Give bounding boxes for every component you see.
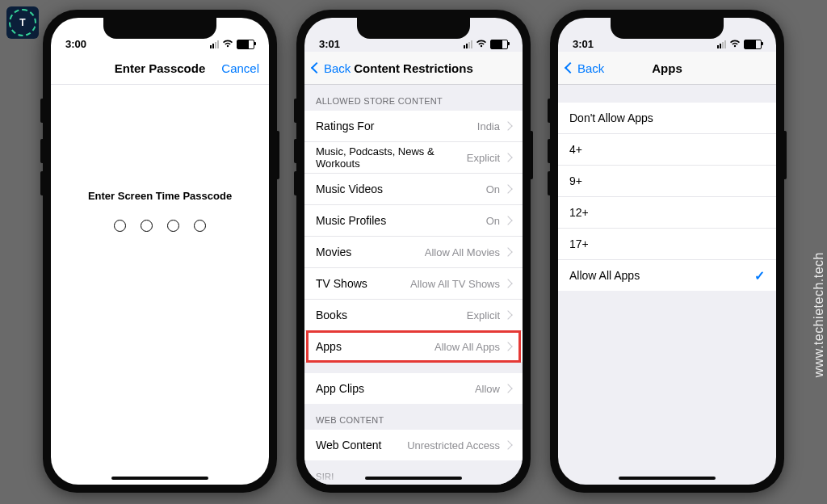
phone-passcode: 3:00 Enter Passcode Cancel Enter Screen … <box>43 10 277 493</box>
row-label: Music Videos <box>316 183 383 195</box>
passcode-prompt: Enter Screen Time Passcode <box>51 190 269 202</box>
row-books[interactable]: Books Explicit <box>304 300 523 331</box>
row-music-profiles[interactable]: Music Profiles On <box>304 205 523 237</box>
row-label: Music, Podcasts, News & Workouts <box>316 145 467 170</box>
cellular-icon <box>464 40 472 48</box>
option-label: 12+ <box>569 206 589 219</box>
wifi-icon <box>729 39 741 50</box>
passcode-dot <box>114 220 126 232</box>
row-apps[interactable]: Apps Allow All Apps <box>304 331 523 362</box>
cancel-button[interactable]: Cancel <box>221 52 259 84</box>
passcode-dot <box>141 220 153 232</box>
option-label: 9+ <box>569 174 582 187</box>
checkmark-icon: ✓ <box>754 268 765 284</box>
option-label: 4+ <box>569 143 582 156</box>
status-time: 3:00 <box>65 38 86 50</box>
nav-bar: Enter Passcode Cancel <box>51 52 269 85</box>
section-header-siri: SIRI <box>304 460 523 485</box>
row-detail: India <box>477 120 500 132</box>
cellular-icon <box>717 40 726 48</box>
option-allow-all-apps[interactable]: Allow All Apps ✓ <box>558 260 776 291</box>
site-logo: T <box>6 6 39 39</box>
passcode-dot <box>167 220 179 232</box>
battery-icon <box>237 40 254 49</box>
option-dont-allow-apps[interactable]: Don't Allow Apps <box>558 103 776 134</box>
option-label: Allow All Apps <box>569 269 640 282</box>
back-button[interactable]: Back <box>313 52 351 84</box>
row-label: Apps <box>316 340 342 353</box>
row-detail: Allow <box>475 383 500 395</box>
chevron-right-icon <box>503 310 512 319</box>
chevron-right-icon <box>503 184 512 193</box>
row-tv-shows[interactable]: TV Shows Allow All TV Shows <box>304 268 523 300</box>
nav-title: Enter Passcode <box>115 61 206 75</box>
row-label: TV Shows <box>316 277 367 290</box>
home-indicator <box>619 477 716 480</box>
watermark: www.techietech.tech <box>812 252 826 377</box>
notch <box>357 18 470 39</box>
row-detail: On <box>486 215 500 227</box>
row-detail: Unrestricted Access <box>407 439 500 452</box>
option-12plus[interactable]: 12+ <box>558 197 776 229</box>
option-9plus[interactable]: 9+ <box>558 166 776 197</box>
row-app-clips[interactable]: App Clips Allow <box>304 373 523 404</box>
row-label: Movies <box>316 246 351 258</box>
battery-icon <box>744 40 762 49</box>
option-4plus[interactable]: 4+ <box>558 134 776 166</box>
chevron-right-icon <box>503 247 512 256</box>
passcode-dot <box>194 220 206 232</box>
row-detail: Explicit <box>467 309 500 321</box>
passcode-dots[interactable] <box>51 220 269 232</box>
wifi-icon <box>222 39 233 50</box>
chevron-right-icon <box>503 279 512 288</box>
chevron-right-icon <box>503 342 512 351</box>
row-label: Ratings For <box>316 120 374 132</box>
chevron-left-icon <box>311 62 322 74</box>
status-time: 3:01 <box>319 38 340 50</box>
nav-title: Content Restrictions <box>354 61 473 75</box>
row-label: Books <box>316 309 347 321</box>
row-label: Music Profiles <box>316 214 386 227</box>
option-17plus[interactable]: 17+ <box>558 229 776 260</box>
row-movies[interactable]: Movies Allow All Movies <box>304 237 523 268</box>
notch <box>103 18 216 39</box>
chevron-left-icon <box>565 62 576 74</box>
row-web-content[interactable]: Web Content Unrestricted Access <box>304 430 523 460</box>
row-detail: Explicit <box>467 152 500 164</box>
section-header-allowed: ALLOWED STORE CONTENT <box>304 85 523 111</box>
back-button[interactable]: Back <box>566 52 604 84</box>
row-detail: Allow All Apps <box>434 341 500 353</box>
chevron-right-icon <box>503 216 512 225</box>
cellular-icon <box>210 40 219 48</box>
row-ratings-for[interactable]: Ratings For India <box>304 111 523 142</box>
nav-title: Apps <box>652 61 682 75</box>
chevron-right-icon <box>503 440 512 449</box>
option-label: 17+ <box>569 237 589 250</box>
option-label: Don't Allow Apps <box>569 111 653 124</box>
row-detail: Allow All TV Shows <box>410 278 500 290</box>
wifi-icon <box>476 39 487 50</box>
phone-apps: 3:01 Back Apps Don't Allow Apps <box>550 10 784 493</box>
section-header-web: WEB CONTENT <box>304 404 523 430</box>
home-indicator <box>111 477 208 480</box>
status-time: 3:01 <box>573 38 594 50</box>
chevron-right-icon <box>503 384 512 393</box>
row-music-podcasts[interactable]: Music, Podcasts, News & Workouts Explici… <box>304 142 523 174</box>
battery-icon <box>490 40 508 49</box>
row-music-videos[interactable]: Music Videos On <box>304 174 523 205</box>
row-label: Web Content <box>316 439 381 452</box>
nav-bar: Back Content Restrictions <box>304 52 523 85</box>
chevron-right-icon <box>503 121 512 130</box>
row-detail: Allow All Movies <box>425 246 500 258</box>
row-detail: On <box>486 183 500 195</box>
nav-bar: Back Apps <box>558 52 776 85</box>
notch <box>611 18 724 39</box>
phone-content-restrictions: 3:01 Back Content Restrictions ALLOWED S… <box>296 10 531 493</box>
chevron-right-icon <box>503 153 512 162</box>
row-label: App Clips <box>316 382 364 395</box>
home-indicator <box>365 477 462 480</box>
